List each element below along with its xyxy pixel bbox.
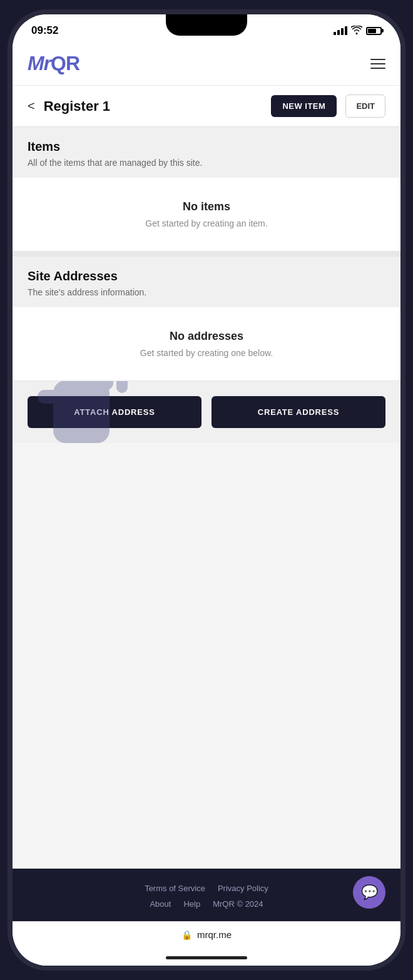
main-content: Items All of the items that are managed … [13, 127, 400, 869]
about-link[interactable]: About [150, 899, 171, 909]
app-header: MrQR [13, 42, 400, 86]
app-logo: MrQR [28, 52, 79, 75]
terms-link[interactable]: Terms of Service [145, 884, 205, 893]
addresses-empty-title: No addresses [28, 330, 385, 343]
items-section-header: Items All of the items that are managed … [13, 127, 400, 178]
svg-rect-3 [83, 381, 96, 390]
home-indicator [166, 956, 247, 959]
svg-rect-5 [116, 381, 128, 393]
page-nav: < Register 1 NEW ITEM EDIT [13, 86, 400, 127]
new-item-button[interactable]: NEW ITEM [271, 95, 337, 117]
hamburger-line-2 [370, 63, 385, 64]
addresses-section-title: Site Addresses [28, 269, 385, 283]
hamburger-line-1 [370, 59, 385, 60]
privacy-link[interactable]: Privacy Policy [218, 884, 268, 893]
signal-icon [334, 26, 347, 35]
page-title: Register 1 [44, 98, 263, 115]
chat-icon: 💬 [361, 884, 378, 901]
addresses-empty-state: No addresses Get started by creating one… [13, 307, 400, 381]
domain-text: mrqr.me [197, 929, 232, 940]
battery-icon [366, 27, 382, 35]
items-empty-desc: Get started by creating an item. [28, 218, 385, 228]
status-time: 09:52 [31, 24, 58, 37]
attach-address-button[interactable]: ATTACH ADDRESS [28, 396, 201, 428]
chat-button[interactable]: 💬 [353, 876, 385, 909]
items-empty-title: No items [28, 200, 385, 213]
create-address-button[interactable]: CREATE ADDRESS [212, 396, 385, 428]
edit-button[interactable]: EDIT [345, 94, 385, 118]
items-section-title: Items [28, 140, 385, 154]
home-indicator-bar [13, 952, 400, 966]
app-footer: Terms of Service Privacy Policy About He… [13, 869, 400, 921]
back-button[interactable]: < [28, 99, 35, 113]
addresses-empty-desc: Get started by creating one below. [28, 348, 385, 358]
wifi-icon [351, 26, 362, 36]
svg-rect-2 [66, 381, 79, 390]
addresses-section-desc: The site's address information. [28, 287, 385, 297]
actions-section: ATTACH ADDRESS CREATE ADDRESS [13, 381, 400, 443]
footer-bottom-links: About Help MrQR © 2024 [28, 899, 385, 909]
items-empty-state: No items Get started by creating an item… [13, 178, 400, 252]
status-bar: 09:52 [13, 14, 400, 42]
lock-icon: 🔒 [181, 930, 192, 940]
footer-links: Terms of Service Privacy Policy [28, 884, 385, 893]
notch [166, 14, 247, 36]
help-link[interactable]: Help [183, 899, 200, 909]
hamburger-line-3 [370, 68, 385, 69]
bottom-bar: 🔒 mrqr.me [13, 921, 400, 952]
items-section-desc: All of the items that are managed by thi… [28, 158, 385, 168]
footer-copyright: MrQR © 2024 [213, 899, 263, 909]
svg-rect-4 [99, 381, 113, 390]
addresses-section-header: Site Addresses The site's address inform… [13, 257, 400, 307]
hamburger-menu-button[interactable] [370, 59, 385, 69]
status-icons [334, 26, 382, 36]
section-divider [13, 252, 400, 257]
